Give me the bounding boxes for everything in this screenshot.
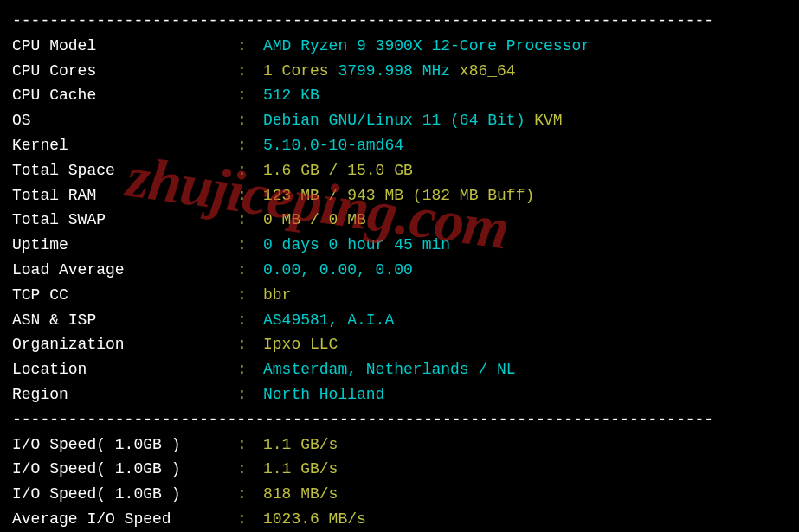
info-label: Region: [12, 382, 237, 407]
value-segment: bbr: [263, 286, 291, 304]
value-segment: 1.6 GB / 15.0 GB: [263, 162, 413, 179]
info-label: Location: [12, 357, 237, 382]
info-value: Ipxo LLC: [263, 332, 787, 357]
info-row: Kernel : 5.10.0-10-amd64: [12, 133, 787, 158]
info-row: TCP CC : bbr: [12, 283, 787, 308]
value-segment: x86_64: [460, 62, 516, 80]
info-value: 1 Cores 3799.998 MHz x86_64: [263, 59, 787, 84]
info-value: 1.1 GB/s: [263, 433, 787, 458]
info-label: I/O Speed( 1.0GB ): [12, 482, 237, 507]
value-segment: 1.1 GB/s: [263, 436, 338, 453]
info-row: CPU Cache : 512 KB: [12, 83, 787, 108]
info-label: I/O Speed( 1.0GB ): [12, 457, 237, 482]
info-label: Kernel: [12, 133, 237, 158]
colon-separator: :: [237, 158, 263, 183]
info-value: 1.6 GB / 15.0 GB: [263, 158, 787, 183]
colon-separator: :: [237, 507, 263, 532]
divider-top: ----------------------------------------…: [12, 9, 787, 34]
system-info-section: CPU Model : AMD Ryzen 9 3900X 12-Core Pr…: [12, 34, 787, 407]
info-label: OS: [12, 108, 237, 133]
io-speed-section: I/O Speed( 1.0GB ) : 1.1 GB/sI/O Speed( …: [12, 433, 787, 532]
value-segment: Debian GNU/Linux 11 (64 Bit): [263, 112, 534, 129]
value-segment: KVM: [534, 112, 562, 129]
info-row: Location : Amsterdam, Netherlands / NL: [12, 357, 787, 382]
value-segment: 1.1 GB/s: [263, 460, 338, 478]
info-value: 123 MB / 943 MB (182 MB Buff): [263, 183, 787, 208]
info-row: Total Space : 1.6 GB / 15.0 GB: [12, 158, 787, 183]
info-row: I/O Speed( 1.0GB ) : 1.1 GB/s: [12, 433, 787, 458]
info-label: Average I/O Speed: [12, 507, 237, 532]
info-row: Average I/O Speed : 1023.6 MB/s: [12, 507, 787, 532]
info-value: 1.1 GB/s: [263, 457, 787, 482]
value-segment: 123 MB / 943 MB (182 MB Buff): [263, 187, 534, 204]
value-segment: 0 MB / 0 MB: [263, 211, 366, 228]
colon-separator: :: [237, 208, 263, 233]
value-segment: Amsterdam, Netherlands / NL: [263, 361, 516, 378]
info-label: I/O Speed( 1.0GB ): [12, 433, 237, 458]
colon-separator: :: [237, 59, 263, 84]
info-row: I/O Speed( 1.0GB ) : 1.1 GB/s: [12, 457, 787, 482]
info-label: ASN & ISP: [12, 308, 237, 333]
value-segment: Ipxo LLC: [263, 336, 338, 353]
info-row: Uptime : 0 days 0 hour 45 min: [12, 233, 787, 258]
colon-separator: :: [237, 233, 263, 258]
colon-separator: :: [237, 382, 263, 407]
info-row: OS : Debian GNU/Linux 11 (64 Bit) KVM: [12, 108, 787, 133]
info-value: 0 MB / 0 MB: [263, 208, 787, 233]
info-value: 5.10.0-10-amd64: [263, 133, 787, 158]
colon-separator: :: [237, 433, 263, 458]
info-label: CPU Cache: [12, 83, 237, 108]
value-segment: 3799.998 MHz: [338, 62, 459, 80]
value-segment: 1 Cores: [263, 62, 338, 80]
info-row: CPU Model : AMD Ryzen 9 3900X 12-Core Pr…: [12, 34, 787, 59]
info-row: Region : North Holland: [12, 382, 787, 407]
info-label: Organization: [12, 332, 237, 357]
info-value: AS49581, A.I.A: [263, 308, 787, 333]
colon-separator: :: [237, 34, 263, 59]
info-value: Debian GNU/Linux 11 (64 Bit) KVM: [263, 108, 787, 133]
value-segment: 0.00, 0.00, 0.00: [263, 261, 413, 279]
info-label: Total SWAP: [12, 208, 237, 233]
info-value: bbr: [263, 283, 787, 308]
info-value: AMD Ryzen 9 3900X 12-Core Processor: [263, 34, 787, 59]
info-row: CPU Cores : 1 Cores 3799.998 MHz x86_64: [12, 59, 787, 84]
colon-separator: :: [237, 258, 263, 283]
info-row: Total SWAP : 0 MB / 0 MB: [12, 208, 787, 233]
info-label: Total RAM: [12, 183, 237, 208]
colon-separator: :: [237, 457, 263, 482]
value-segment: 0 days 0 hour 45 min: [263, 236, 450, 253]
divider-middle: ----------------------------------------…: [12, 407, 787, 433]
info-row: I/O Speed( 1.0GB ) : 818 MB/s: [12, 482, 787, 507]
info-label: Total Space: [12, 158, 237, 183]
info-row: Total RAM : 123 MB / 943 MB (182 MB Buff…: [12, 183, 787, 208]
colon-separator: :: [237, 83, 263, 108]
colon-separator: :: [237, 482, 263, 507]
colon-separator: :: [237, 283, 263, 308]
info-label: CPU Model: [12, 34, 237, 59]
value-segment: AS49581, A.I.A: [263, 311, 394, 329]
info-label: TCP CC: [12, 283, 237, 308]
value-segment: 512 KB: [263, 87, 319, 104]
info-label: Load Average: [12, 258, 237, 283]
value-segment: 818 MB/s: [263, 485, 338, 503]
info-value: North Holland: [263, 382, 787, 407]
colon-separator: :: [237, 308, 263, 333]
info-value: Amsterdam, Netherlands / NL: [263, 357, 787, 382]
colon-separator: :: [237, 357, 263, 382]
info-value: 0 days 0 hour 45 min: [263, 233, 787, 258]
info-value: 1023.6 MB/s: [263, 507, 787, 532]
colon-separator: :: [237, 108, 263, 133]
info-value: 512 KB: [263, 83, 787, 108]
value-segment: 5.10.0-10-amd64: [263, 137, 403, 154]
info-label: Uptime: [12, 233, 237, 258]
value-segment: 1023.6 MB/s: [263, 510, 366, 528]
info-row: Organization : Ipxo LLC: [12, 332, 787, 357]
info-row: ASN & ISP : AS49581, A.I.A: [12, 308, 787, 333]
colon-separator: :: [237, 332, 263, 357]
colon-separator: :: [237, 133, 263, 158]
info-row: Load Average : 0.00, 0.00, 0.00: [12, 258, 787, 283]
info-value: 818 MB/s: [263, 482, 787, 507]
info-label: CPU Cores: [12, 59, 237, 84]
value-segment: AMD Ryzen 9 3900X 12-Core Processor: [263, 37, 590, 54]
colon-separator: :: [237, 183, 263, 208]
